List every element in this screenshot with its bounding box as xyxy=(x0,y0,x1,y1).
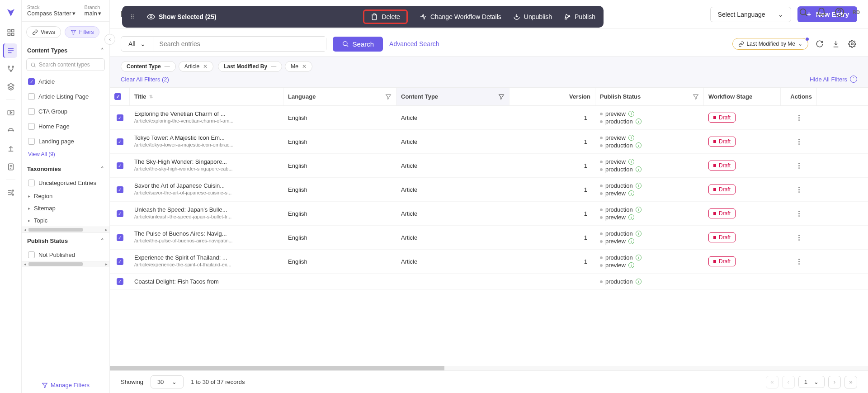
rail-stack[interactable] xyxy=(4,80,18,94)
th-content-type[interactable]: Content Type xyxy=(396,88,509,105)
content-type-item[interactable]: CTA Group xyxy=(26,105,105,118)
row-title-cell[interactable]: Savor the Art of Japanese Cuisin.../arti… xyxy=(130,178,283,201)
filter-chip-value[interactable]: Article✕ xyxy=(179,61,213,72)
rail-publish[interactable] xyxy=(4,142,18,156)
publish-button[interactable]: Publish xyxy=(564,13,595,20)
remove-icon[interactable]: ✕ xyxy=(302,63,307,70)
taxonomies-heading[interactable]: Taxonomies ˄ xyxy=(22,161,109,177)
rail-dashboard[interactable] xyxy=(4,25,18,40)
search-entries-input[interactable] xyxy=(154,37,326,51)
table-row[interactable]: ✓ Exploring the Venetian Charm of .../ar… xyxy=(110,106,868,130)
search-content-types[interactable]: Search content types xyxy=(26,58,105,71)
filter-icon[interactable] xyxy=(385,94,392,100)
taxonomy-item[interactable]: ▸Sitemap xyxy=(26,202,105,214)
info-icon[interactable]: i xyxy=(636,255,642,260)
checkbox-icon[interactable] xyxy=(28,251,35,258)
taxonomy-item[interactable]: ▸Topic xyxy=(26,214,105,227)
row-actions-menu[interactable] xyxy=(798,211,800,217)
row-checkbox[interactable]: ✓ xyxy=(117,234,123,241)
brand-logo-icon[interactable] xyxy=(5,7,16,18)
filter-chip[interactable]: Last Modified By— xyxy=(218,61,282,72)
last-page-button[interactable]: » xyxy=(844,376,857,388)
info-icon[interactable]: i xyxy=(636,142,642,148)
info-icon[interactable]: i xyxy=(636,183,642,189)
th-language[interactable]: Language xyxy=(283,88,396,105)
table-horizontal-scrollbar[interactable] xyxy=(110,366,868,370)
row-actions-menu[interactable] xyxy=(798,115,800,121)
checkbox-icon[interactable] xyxy=(28,123,35,130)
last-modified-filter[interactable]: Last Modified by Me ⌄ xyxy=(732,38,808,50)
view-all-link[interactable]: View All (9) xyxy=(22,147,109,161)
refresh-button[interactable] xyxy=(815,39,825,49)
views-chip[interactable]: Views xyxy=(26,26,61,38)
row-title-cell[interactable]: Exploring the Venetian Charm of .../arti… xyxy=(130,106,283,129)
row-checkbox[interactable]: ✓ xyxy=(117,210,123,217)
th-workflow-stage[interactable]: Workflow Stage xyxy=(704,88,781,105)
rail-settings[interactable] xyxy=(4,185,18,200)
content-type-item[interactable]: Home Page xyxy=(26,120,105,133)
filter-icon[interactable] xyxy=(693,94,699,100)
info-icon[interactable]: i xyxy=(636,166,642,172)
table-row[interactable]: ✓ The Pulse of Buenos Aires: Navig.../ar… xyxy=(110,226,868,250)
help-icon-button[interactable] xyxy=(835,7,844,17)
filter-chip[interactable]: Content Type— xyxy=(121,61,176,72)
table-row[interactable]: ✓ Experience the Spirit of Thailand: ...… xyxy=(110,250,868,274)
table-row[interactable]: ✓ Coastal Delight: Fish Tacos from produ… xyxy=(110,274,868,290)
stack-selector[interactable]: Stack Compass Starter▾ xyxy=(27,5,75,17)
row-title-cell[interactable]: Coastal Delight: Fish Tacos from xyxy=(130,274,283,289)
user-avatar[interactable]: RD xyxy=(853,9,860,15)
info-icon[interactable]: i xyxy=(628,135,634,141)
info-icon[interactable]: i xyxy=(628,159,634,165)
uncategorized-item[interactable]: Uncategorized Entries xyxy=(26,177,105,189)
info-icon[interactable]: i xyxy=(636,279,642,284)
row-actions-menu[interactable] xyxy=(798,235,800,241)
show-selected-button[interactable]: Show Selected (25) xyxy=(147,13,217,21)
per-page-select[interactable]: 30 ⌄ xyxy=(151,375,184,388)
search-button[interactable]: Search xyxy=(333,37,383,52)
row-checkbox[interactable]: ✓ xyxy=(117,138,123,145)
filter-chip-value[interactable]: Me✕ xyxy=(285,61,312,72)
advanced-search-link[interactable]: Advanced Search xyxy=(389,40,439,47)
th-publish-status[interactable]: Publish Status xyxy=(595,88,704,105)
info-icon[interactable]: i xyxy=(636,118,642,124)
row-checkbox[interactable]: ✓ xyxy=(117,278,123,285)
rail-tasks[interactable] xyxy=(4,160,18,174)
info-icon[interactable]: i xyxy=(628,111,634,117)
info-icon[interactable]: i xyxy=(628,190,634,196)
row-checkbox[interactable]: ✓ xyxy=(117,162,123,169)
rail-entries[interactable] xyxy=(3,43,17,58)
select-language-dropdown[interactable]: Select Language ⌄ xyxy=(710,7,791,22)
row-title-cell[interactable]: Experience the Spirit of Thailand: .../a… xyxy=(130,250,283,273)
bell-icon-button[interactable] xyxy=(816,7,826,17)
info-icon[interactable]: i xyxy=(636,207,642,213)
collapse-sidebar-button[interactable]: ‹ xyxy=(104,34,115,45)
row-actions-menu[interactable] xyxy=(798,187,800,193)
row-actions-menu[interactable] xyxy=(798,259,800,265)
drag-grip-icon[interactable]: ⠿ xyxy=(130,14,135,20)
next-page-button[interactable]: › xyxy=(828,376,841,388)
filters-chip[interactable]: Filters xyxy=(65,26,100,38)
download-button[interactable] xyxy=(831,39,841,49)
row-title-cell[interactable]: Tokyo Tower: A Majestic Icon Em.../artic… xyxy=(130,130,283,153)
search-icon-button[interactable] xyxy=(798,7,808,17)
change-workflow-button[interactable]: Change Workflow Details xyxy=(420,13,501,20)
checkbox-icon[interactable]: ✓ xyxy=(28,78,35,85)
th-title[interactable]: Title⇅ xyxy=(130,88,283,105)
info-icon[interactable]: i xyxy=(628,214,634,220)
info-icon[interactable]: i xyxy=(628,238,634,244)
content-type-item[interactable]: ✓Article xyxy=(26,76,105,88)
remove-icon[interactable]: ✕ xyxy=(203,63,208,70)
hide-filters-link[interactable]: Hide All Filters ˄ xyxy=(810,76,857,83)
first-page-button[interactable]: « xyxy=(766,376,778,388)
sidebar-scrollbar[interactable]: ◂▸ xyxy=(22,227,109,233)
row-title-cell[interactable]: Unleash the Speed: Japan's Bulle.../arti… xyxy=(130,202,283,225)
publish-status-heading[interactable]: Publish Status ˄ xyxy=(22,233,109,249)
checkbox-icon[interactable] xyxy=(28,93,35,100)
branch-selector[interactable]: Branch main▾ xyxy=(85,5,101,17)
row-checkbox[interactable]: ✓ xyxy=(117,114,123,121)
rail-branches[interactable] xyxy=(4,62,18,76)
rail-media[interactable] xyxy=(4,105,18,120)
content-type-item[interactable]: Article Listing Page xyxy=(26,90,105,103)
filter-icon[interactable] xyxy=(498,94,505,100)
page-select[interactable]: 1⌄ xyxy=(798,376,825,388)
